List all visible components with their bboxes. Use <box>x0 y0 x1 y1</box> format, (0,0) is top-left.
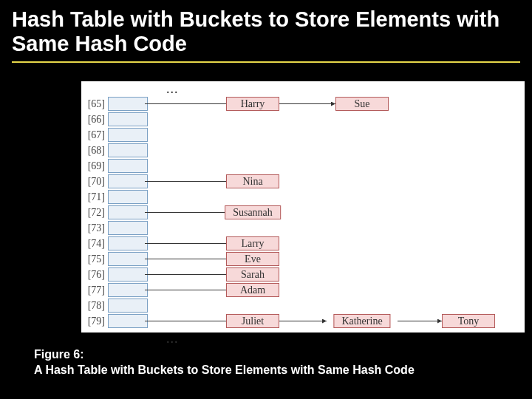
bucket-index: [70] <box>81 176 108 188</box>
bucket-node: Juliet <box>226 314 279 328</box>
table-row: [65] <box>81 96 148 112</box>
caption-line2: A Hash Table with Buckets to Store Eleme… <box>34 362 415 378</box>
bucket-node: Adam <box>226 283 279 297</box>
table-row: [71] <box>81 189 148 205</box>
bucket-index: [79] <box>81 316 108 327</box>
bucket-slot <box>108 97 148 111</box>
table-row: [67] <box>81 127 148 143</box>
bucket-slot <box>108 252 148 266</box>
bucket-node: Tony <box>442 314 495 328</box>
bucket-node: Larry <box>226 236 279 250</box>
bucket-node: Eve <box>226 252 279 266</box>
table-row: [75] <box>81 251 148 267</box>
figure-caption: Figure 6: A Hash Table with Buckets to S… <box>34 347 415 378</box>
ellipsis-bottom: ... <box>166 331 179 347</box>
bucket-index: [72] <box>81 207 108 219</box>
bucket-slot <box>108 159 148 173</box>
page-title: Hash Table with Buckets to Store Element… <box>12 7 520 57</box>
bucket-node: Harry <box>226 97 279 111</box>
bucket-index: [74] <box>81 238 108 250</box>
bucket-index: [67] <box>81 129 108 141</box>
bucket-slot <box>108 299 148 313</box>
table-row: [78] <box>81 298 148 313</box>
bucket-index: [78] <box>81 300 108 312</box>
bucket-index: [68] <box>81 145 108 157</box>
table-row: [74] <box>81 236 148 251</box>
bucket-slot <box>108 314 148 328</box>
bucket-slot <box>108 112 148 126</box>
table-row: [73] <box>81 220 148 236</box>
table-row: [72] <box>81 205 148 220</box>
bucket-slot <box>108 236 148 250</box>
bucket-index: [75] <box>81 253 108 265</box>
bucket-node: Sue <box>335 97 389 111</box>
table-row: [68] <box>81 143 148 158</box>
hash-table-rows: [65][66][67][68][69][70][71][72][73][74]… <box>81 96 148 329</box>
bucket-node: Sarah <box>226 267 279 282</box>
bucket-index: [71] <box>81 191 108 203</box>
bucket-index: [76] <box>81 269 108 281</box>
bucket-index: [65] <box>81 98 108 110</box>
bucket-index: [77] <box>81 284 108 296</box>
table-row: [69] <box>81 158 148 174</box>
caption-line1: Figure 6: <box>34 347 415 363</box>
table-row: [79] <box>81 313 148 329</box>
bucket-slot <box>108 205 148 219</box>
table-row: [66] <box>81 112 148 127</box>
title-underline <box>12 61 520 63</box>
bucket-node: Susannah <box>225 205 281 219</box>
bucket-slot <box>108 283 148 297</box>
arrows-layer <box>81 81 525 347</box>
bucket-slot <box>108 267 148 282</box>
table-row: [70] <box>81 174 148 189</box>
table-row: [77] <box>81 282 148 298</box>
bucket-slot <box>108 143 148 157</box>
bucket-index: [73] <box>81 222 108 234</box>
bucket-slot <box>108 128 148 142</box>
bucket-node: Katherine <box>333 314 390 328</box>
ellipsis-top: ... <box>166 81 179 97</box>
bucket-slot <box>108 190 148 204</box>
table-row: [76] <box>81 267 148 282</box>
bucket-index: [69] <box>81 160 108 172</box>
bucket-node: Nina <box>226 174 279 188</box>
bucket-index: [66] <box>81 114 108 126</box>
hash-table-figure: ... [65][66][67][68][69][70][71][72][73]… <box>81 81 525 332</box>
bucket-slot <box>108 174 148 188</box>
bucket-slot <box>108 221 148 235</box>
